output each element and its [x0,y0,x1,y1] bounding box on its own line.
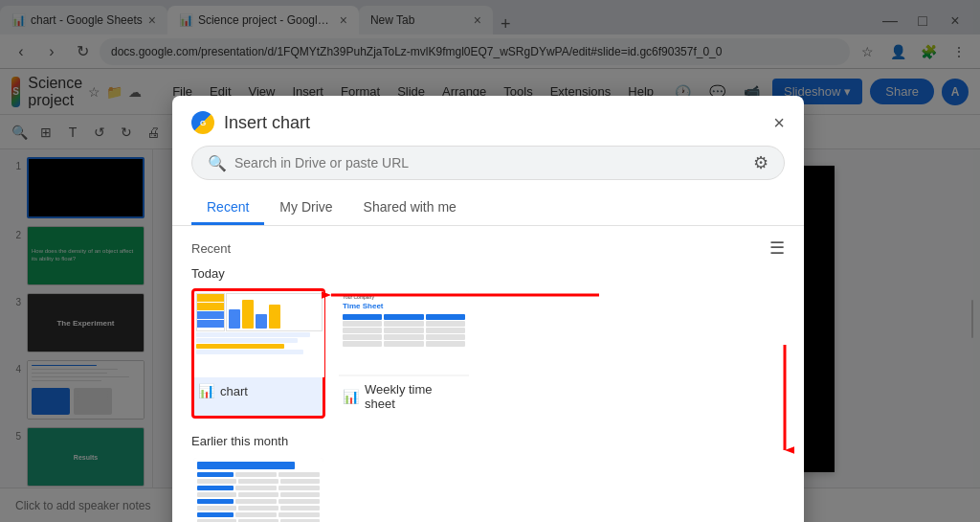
section-header-recent: Recent ☰ [191,238,785,259]
ts-company-label: Your Company [343,294,465,300]
search-bar: 🔍 ⚙ [191,146,785,180]
dialog-logo: G [191,111,214,134]
file-card-earlier-preview [193,458,323,522]
file-grid-earlier [191,456,785,522]
dialog-title: Insert chart [224,113,764,133]
dialog-close-button[interactable]: × [773,112,785,134]
dialog-tabs: Recent My Drive Shared with me [172,192,804,226]
file-grid-today: 📊 chart Your Company Time Sheet [191,288,785,419]
file-card-timesheet-preview: Your Company Time Sheet [339,290,469,376]
file-card-chart-footer: 📊 chart [194,377,323,404]
file-card-timesheet-footer: 📊 Weekly time sheet [339,376,469,417]
timesheet-file-icon: 📊 [343,389,359,404]
file-card-timesheet[interactable]: Your Company Time Sheet [337,288,471,419]
date-label-today: Today [191,266,785,281]
file-card-timesheet-name: Weekly time sheet [365,382,465,411]
ts-title-label: Time Sheet [343,302,465,310]
dialog-header: G Insert chart × [172,96,804,146]
section-label-recent: Recent [191,241,231,256]
date-label-earlier: Earlier this month [191,434,785,448]
search-input[interactable] [234,155,746,170]
file-card-chart-preview [194,291,324,377]
view-toggle-icon[interactable]: ☰ [769,238,785,259]
file-card-earlier[interactable] [191,456,325,522]
file-card-chart[interactable]: 📊 chart [191,288,325,419]
file-card-chart-name: chart [220,384,248,398]
dialog-content: Recent ☰ Today [172,226,804,522]
search-icon: 🔍 [208,154,227,172]
tab-shared-with-me[interactable]: Shared with me [348,192,472,225]
tab-recent[interactable]: Recent [191,192,264,225]
chart-file-icon: 📊 [198,383,214,398]
filter-icon[interactable]: ⚙ [753,152,768,173]
tab-my-drive[interactable]: My Drive [264,192,347,225]
insert-chart-dialog: G Insert chart × 🔍 ⚙ Recent My Drive Sha… [172,96,804,522]
